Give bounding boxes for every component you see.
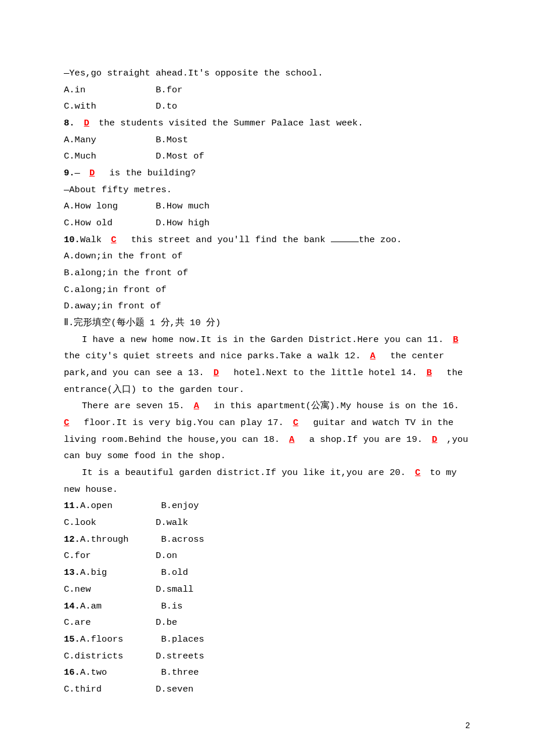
cloze-a12: A <box>370 351 376 361</box>
opt13-B: B.old <box>161 567 188 578</box>
q8-optC: C.Much <box>64 151 96 161</box>
opt16-A: A.two <box>80 667 107 678</box>
cloze-p2-a: There are seven 15. <box>82 401 185 411</box>
q7-response-line: —Yes,go straight ahead.It's opposite the… <box>64 65 470 82</box>
opt14-num: 14. <box>64 601 80 611</box>
cloze-p1-a: I have a new home now.It is in the Garde… <box>82 334 443 345</box>
q10-optC: C.along;in front of <box>64 282 470 298</box>
cloze-a19: D <box>432 434 437 445</box>
opt14-row2: C.are D.be <box>64 614 470 631</box>
q10-text-after: the zoo. <box>359 235 402 245</box>
opt13-num: 13. <box>64 567 80 578</box>
cloze-a13: D <box>214 368 219 378</box>
q10-text-mid: this street and you'll find the bank <box>125 235 330 245</box>
opt16-C: C.third <box>64 684 102 694</box>
q8-optB: B.Most <box>156 135 188 145</box>
page-number: 2 <box>466 719 470 734</box>
opt12-A: A.through <box>80 534 129 545</box>
opt11-row2: C.look D.walk <box>64 514 470 531</box>
cloze-a11: B <box>453 334 458 345</box>
q9-optC: C.How old <box>64 218 113 228</box>
opt12-row2: C.for D.on <box>64 548 470 564</box>
q8-options-row2: C.Much D.Most of <box>64 148 470 165</box>
q10-optD: D.away;in front of <box>64 298 470 315</box>
q10-blank <box>331 232 359 242</box>
cloze-a18: A <box>289 434 294 445</box>
opt16-row1: 16.A.two B.three <box>64 664 470 681</box>
opt15-num: 15. <box>64 634 80 645</box>
opt11-row1: 11.A.open B.enjoy <box>64 498 470 514</box>
cloze-a20: C <box>415 467 420 478</box>
opt12-B: B.across <box>161 534 204 545</box>
opt12-D: D.on <box>156 550 177 561</box>
q9-line2: —About fifty metres. <box>64 182 470 199</box>
opt14-B: B.is <box>161 601 182 611</box>
opt13-row1: 13.A.big B.old <box>64 564 470 581</box>
opt14-A: A.am <box>80 601 102 611</box>
q10-optA: A.down;in the front of <box>64 248 470 265</box>
opt11-D: D.walk <box>156 517 188 528</box>
section-ii-heading: Ⅱ.完形填空(每小题 1 分,共 10 分) <box>64 315 470 332</box>
cloze-a16: C <box>64 417 69 428</box>
opt11-num: 11. <box>64 501 80 511</box>
opt15-D: D.streets <box>156 651 204 661</box>
q8-text: the students visited the Summer Palace l… <box>99 118 363 128</box>
opt16-B: B.three <box>161 667 199 678</box>
q9-dash: — <box>75 168 80 178</box>
cloze-a15: A <box>194 401 199 411</box>
opt11-A: A.open <box>80 501 113 511</box>
opt13-C: C.new <box>64 584 91 595</box>
q9-options-row2: C.How old D.How high <box>64 215 470 232</box>
q10-stem: 10.Walk C this street and you'll find th… <box>64 232 470 249</box>
q8-stem: 8. D the students visited the Summer Pal… <box>64 115 470 132</box>
cloze-para-1: I have a new home now.It is in the Garde… <box>64 332 470 398</box>
q9-options-row1: A.How long B.How much <box>64 198 470 215</box>
document-page: —Yes,go straight ahead.It's opposite the… <box>0 0 534 756</box>
q9-optD: D.How high <box>156 218 210 228</box>
opt11-B: B.enjoy <box>161 501 199 511</box>
q8-number: 8. <box>64 118 75 128</box>
q7-optC: C.with <box>64 101 96 111</box>
q9-text: is the building? <box>104 168 196 178</box>
opt15-row2: C.districts D.streets <box>64 648 470 665</box>
opt14-C: C.are <box>64 617 91 628</box>
q9-stem: 9.— D is the building? <box>64 165 470 182</box>
cloze-a14: B <box>427 368 432 378</box>
cloze-para-3: It is a beautiful garden district.If you… <box>64 465 470 498</box>
q7-options-row2: C.with D.to <box>64 98 470 115</box>
opt13-row2: C.new D.small <box>64 581 470 598</box>
opt15-A: A.floors <box>80 634 123 645</box>
opt11-C: C.look <box>64 517 96 528</box>
opt16-num: 16. <box>64 667 80 678</box>
cloze-para-2: There are seven 15. A in this apartment(… <box>64 398 470 465</box>
q10-answer: C <box>111 235 116 245</box>
opt13-A: A.big <box>80 567 107 578</box>
q8-optD: D.Most of <box>156 151 204 161</box>
cloze-p2-e: a shop.If you are 19. <box>304 434 423 445</box>
q7-options-row1: A.in B.for <box>64 82 470 99</box>
cloze-p2-c: floor.It is very big.You can play 17. <box>78 417 283 428</box>
opt12-C: C.for <box>64 550 91 561</box>
q10-text-before: Walk <box>80 235 102 245</box>
opt13-D: D.small <box>156 584 193 595</box>
q9-optB: B.How much <box>156 201 210 211</box>
q9-answer: D <box>89 168 95 178</box>
q10-number: 10. <box>64 235 80 245</box>
opt12-row1: 12.A.through B.across <box>64 531 470 548</box>
cloze-p1-d: hotel.Next to the little hotel 14. <box>228 368 417 378</box>
q8-options-row1: A.Many B.Most <box>64 132 470 149</box>
q8-answer: D <box>84 118 89 128</box>
cloze-p2-b: in this apartment(公寓).My house is on the… <box>208 401 459 411</box>
q7-optA: A.in <box>64 85 85 95</box>
q9-number: 9. <box>64 168 75 178</box>
opt15-C: C.districts <box>64 651 123 661</box>
opt16-D: D.seven <box>156 684 193 694</box>
q7-optD: D.to <box>156 101 177 111</box>
opt15-row1: 15.A.floors B.places <box>64 631 470 648</box>
q9-optA: A.How long <box>64 201 118 211</box>
cloze-p1-b: the city's quiet streets and nice parks.… <box>64 351 361 361</box>
q7-optB: B.for <box>156 85 183 95</box>
opt15-B: B.places <box>161 634 204 645</box>
opt14-D: D.be <box>156 617 177 628</box>
opt12-num: 12. <box>64 534 80 545</box>
